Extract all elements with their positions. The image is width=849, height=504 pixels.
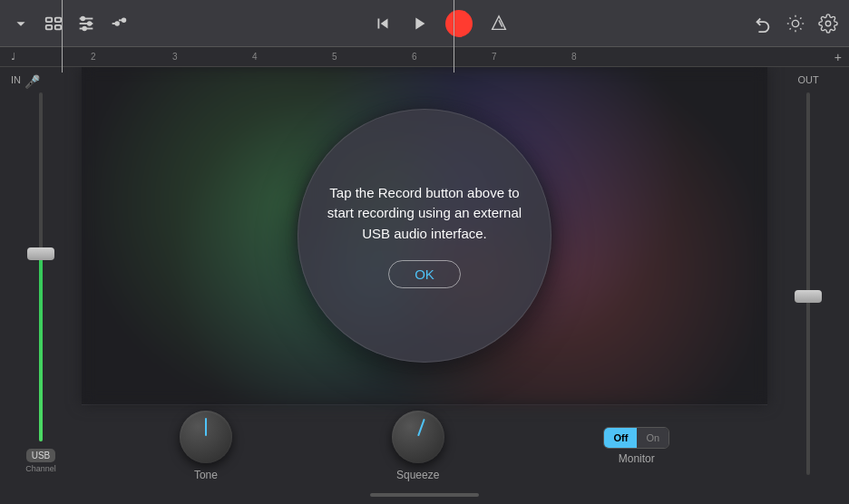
toolbar-right: [753, 14, 838, 34]
modal-message: Tap the Record button above to start rec…: [320, 183, 529, 245]
tone-knob-container: Tone: [180, 411, 232, 481]
tone-label: Tone: [194, 469, 218, 481]
svg-point-14: [122, 18, 126, 22]
svg-point-7: [82, 16, 85, 20]
squeeze-knob-container: Squeeze: [392, 411, 444, 481]
svg-point-8: [88, 22, 92, 25]
toolbar-center: [138, 10, 744, 37]
eq-button[interactable]: [109, 14, 129, 34]
ruler-content: ♩ 2 3 4 5 6 7 8: [4, 51, 845, 63]
add-track-button[interactable]: +: [834, 50, 842, 64]
tracks-view-button[interactable]: [44, 14, 63, 34]
home-indicator: [0, 486, 849, 504]
squeeze-knob[interactable]: [392, 411, 444, 463]
modal-dialog: Tap the Record button above to start rec…: [298, 109, 551, 363]
svg-point-9: [83, 26, 86, 30]
modal-overlay: Tap the Record button above to start rec…: [298, 109, 551, 363]
svg-rect-2: [46, 24, 52, 29]
svg-rect-3: [55, 24, 61, 29]
in-label: IN: [11, 74, 21, 85]
channel-sublabel: Channel: [25, 464, 56, 473]
play-button[interactable]: [409, 14, 429, 34]
brightness-button[interactable]: [786, 14, 805, 34]
center-area: Tap the Record button above to start rec…: [82, 67, 767, 486]
home-bar: [370, 493, 479, 497]
in-fader-thumb[interactable]: [27, 247, 54, 260]
monitor-on-option[interactable]: On: [637, 428, 668, 448]
phone-frame: ♩ 2 3 4 5 6 7 8 + IN 🎤 USB: [0, 0, 849, 504]
rewind-button[interactable]: [373, 14, 393, 34]
usb-channel-button[interactable]: USB: [26, 449, 56, 462]
tone-knob[interactable]: [180, 411, 232, 463]
svg-line-24: [790, 28, 791, 29]
out-fader-thumb[interactable]: [795, 290, 822, 303]
toolbar: [0, 0, 849, 47]
squeeze-label: Squeeze: [396, 469, 439, 481]
in-label-row: IN 🎤: [0, 74, 82, 89]
dropdown-button[interactable]: [11, 14, 31, 34]
metronome-button[interactable]: [489, 14, 509, 34]
monitor-container: Off On Monitor: [603, 427, 669, 465]
in-fader-panel: IN 🎤 USB Channel: [0, 67, 82, 486]
monitor-off-option[interactable]: Off: [604, 428, 637, 448]
monitor-toggle: Off On: [603, 427, 669, 449]
monitor-label: Monitor: [619, 452, 655, 465]
out-label: OUT: [797, 74, 818, 85]
svg-marker-15: [493, 15, 506, 29]
record-button[interactable]: [445, 10, 473, 37]
svg-line-25: [800, 17, 801, 18]
mic-icon: 🎤: [24, 74, 40, 89]
svg-point-13: [115, 22, 119, 25]
tone-knob-indicator: [205, 418, 207, 436]
svg-line-22: [790, 17, 791, 18]
modal-ok-button[interactable]: OK: [388, 260, 461, 288]
svg-rect-1: [55, 17, 61, 22]
fader-level-indicator: [39, 249, 43, 441]
annotation-line-left: [62, 0, 63, 73]
timeline-ruler: ♩ 2 3 4 5 6 7 8 +: [0, 47, 849, 67]
out-fader-panel: OUT: [767, 67, 849, 486]
squeeze-knob-indicator: [417, 418, 425, 435]
svg-rect-0: [46, 17, 52, 22]
bottom-controls: Tone Squeeze Off On Monitor: [82, 404, 767, 486]
undo-button[interactable]: [753, 14, 773, 34]
svg-point-17: [792, 20, 798, 26]
amp-area: Tap the Record button above to start rec…: [82, 67, 767, 404]
settings-button[interactable]: [818, 14, 838, 34]
svg-point-26: [825, 21, 831, 26]
mixer-button[interactable]: [76, 14, 96, 34]
main-content: IN 🎤 USB Channel: [0, 67, 849, 486]
toolbar-left: [11, 14, 129, 34]
annotation-line-center: [454, 0, 454, 73]
svg-line-23: [800, 28, 801, 29]
